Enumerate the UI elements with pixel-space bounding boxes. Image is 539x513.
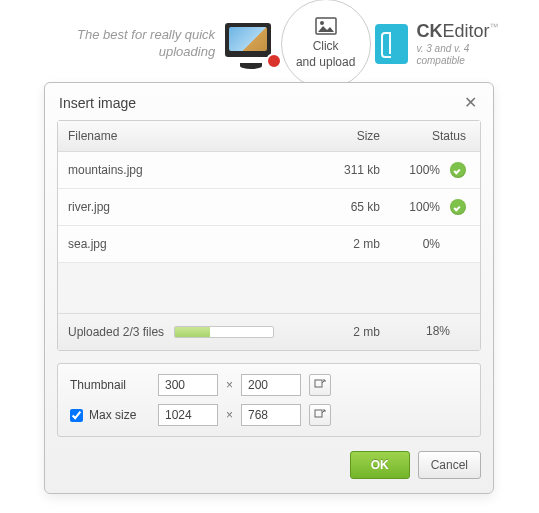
svg-rect-3 — [315, 410, 322, 417]
check-icon — [450, 199, 466, 215]
progress-bar — [174, 326, 274, 338]
tagline: The best for really quick uploading — [20, 27, 215, 61]
maxsize-width-input[interactable] — [158, 404, 218, 426]
cell-size: 311 kb — [300, 163, 380, 177]
summary-size: 2 mb — [300, 325, 380, 339]
cancel-button[interactable]: Cancel — [418, 451, 481, 479]
ok-button[interactable]: OK — [350, 451, 410, 479]
image-upload-icon — [315, 17, 337, 35]
col-size: Size — [300, 129, 380, 143]
summary-percent: 18% — [426, 324, 450, 340]
thumbnail-width-input[interactable] — [158, 374, 218, 396]
check-icon — [450, 162, 466, 178]
times-icon: × — [226, 408, 233, 422]
cell-filename: river.jpg — [68, 200, 300, 214]
progress-fill — [175, 327, 210, 337]
close-button[interactable]: ✕ — [460, 93, 481, 112]
maxsize-lock-button[interactable] — [309, 404, 331, 426]
cell-size: 65 kb — [300, 200, 380, 214]
thumbnail-lock-button[interactable] — [309, 374, 331, 396]
ckeditor-branding: CKEditor™ v. 3 and v. 4 compatible — [416, 21, 519, 67]
promo-center: Click and upload — [276, 0, 375, 94]
maxsize-label: Max size — [89, 408, 136, 422]
cell-filename: sea.jpg — [68, 237, 300, 251]
promo-header: The best for really quick uploading Clic… — [0, 0, 539, 80]
cell-filename: mountains.jpg — [68, 163, 300, 177]
photo-frame-icon — [225, 23, 276, 65]
svg-rect-2 — [315, 380, 322, 387]
maxsize-checkbox[interactable] — [70, 409, 83, 422]
dialog-title: Insert image — [59, 95, 136, 111]
thumbnail-row: Thumbnail × — [70, 374, 468, 396]
cell-size: 2 mb — [300, 237, 380, 251]
table-row: river.jpg 65 kb 100% — [58, 189, 480, 226]
click-upload-label: Click and upload — [296, 39, 355, 70]
summary-label: Uploaded — [68, 325, 119, 339]
dialog-titlebar: Insert image ✕ — [45, 83, 493, 120]
lock-ratio-icon — [314, 379, 326, 391]
lock-ratio-icon — [314, 409, 326, 421]
table-header: Filename Size Status — [58, 121, 480, 152]
table-summary: Uploaded 2/3 files 2 mb 18% — [58, 313, 480, 350]
click-upload-button[interactable]: Click and upload — [281, 0, 371, 89]
thumbnail-height-input[interactable] — [241, 374, 301, 396]
promo-right: CKEditor™ v. 3 and v. 4 compatible — [375, 21, 519, 67]
options-panel: Thumbnail × Max size × — [57, 363, 481, 437]
table-row: sea.jpg 2 mb 0% — [58, 226, 480, 263]
ckeditor-logo-icon — [375, 24, 409, 64]
svg-point-1 — [320, 21, 324, 25]
maxsize-row: Max size × — [70, 404, 468, 426]
insert-image-dialog: Insert image ✕ Filename Size Status moun… — [44, 82, 494, 494]
cell-status: 100% — [380, 199, 470, 215]
upload-table: Filename Size Status mountains.jpg 311 k… — [57, 120, 481, 351]
times-icon: × — [226, 378, 233, 392]
col-status: Status — [380, 129, 470, 143]
thumbnail-label: Thumbnail — [70, 378, 126, 392]
cell-status: 0% — [380, 236, 470, 252]
col-filename: Filename — [68, 129, 300, 143]
maxsize-height-input[interactable] — [241, 404, 301, 426]
summary-count: 2/3 files — [123, 325, 164, 339]
table-empty-space — [58, 263, 480, 313]
promo-left: The best for really quick uploading — [20, 23, 276, 65]
dialog-footer: OK Cancel — [45, 437, 493, 493]
table-row: mountains.jpg 311 kb 100% — [58, 152, 480, 189]
cell-status: 100% — [380, 162, 470, 178]
